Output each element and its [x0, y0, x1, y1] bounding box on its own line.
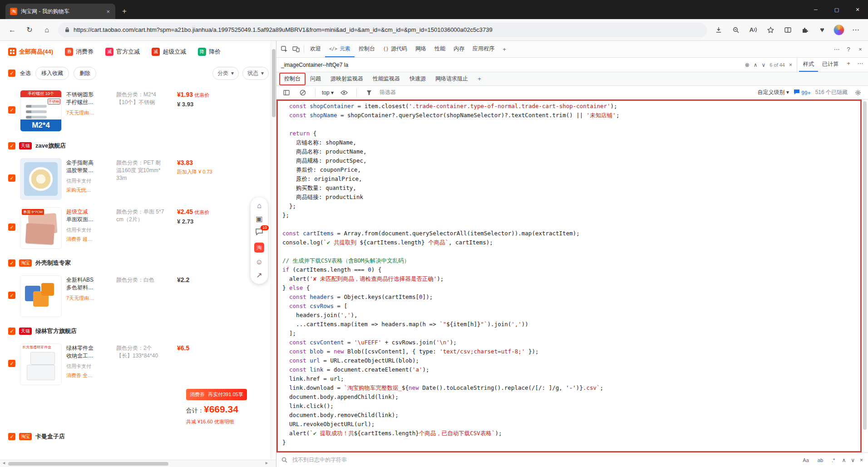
extensions-icon[interactable] — [799, 24, 811, 36]
drawer-tab-5[interactable]: 网络请求阻止 — [431, 74, 472, 84]
customize-devtools-icon[interactable]: ⋯ — [831, 44, 843, 55]
taobao-app-icon[interactable]: 淘 — [254, 243, 264, 253]
devtools-tab-4[interactable]: 网络 — [411, 41, 430, 57]
downloads-icon[interactable] — [713, 24, 725, 36]
scroll-left-arrow[interactable]: ◄ — [2, 461, 6, 465]
regex-toggle[interactable]: .* — [830, 457, 837, 464]
page-tab-1[interactable]: 券消费券 — [65, 48, 94, 56]
filter-input[interactable]: 筛选器 — [380, 89, 396, 96]
tab-styles[interactable]: 样式 — [799, 58, 818, 72]
console-settings-gear-icon[interactable] — [852, 87, 864, 98]
item-checkbox[interactable]: ✓ — [8, 106, 15, 114]
page-tab-2[interactable]: 减官方立减 — [105, 48, 140, 56]
devtools-tab-2[interactable]: 控制台 — [355, 41, 379, 57]
console-code[interactable]: const shopContainer = item.closest('.tra… — [276, 99, 862, 452]
coupon-banner[interactable]: 消费券再实付391.05享 — [186, 389, 247, 400]
devtools-tab-1[interactable]: </>元素 — [325, 41, 355, 57]
settings-menu-icon[interactable]: ⋯ — [850, 24, 862, 36]
browser-essentials-icon[interactable]: ♥ — [816, 24, 828, 36]
read-aloud-icon[interactable]: A — [747, 24, 759, 36]
product-image[interactable]: 单面 5*7CM — [20, 207, 62, 249]
new-tab-button[interactable]: + — [118, 5, 131, 18]
drawer-tab-0[interactable]: 控制台 — [280, 74, 305, 84]
shop-name[interactable]: 绿林官方旗舰店 — [35, 327, 77, 335]
product-spec[interactable]: 颜色分类：白色 — [116, 275, 171, 284]
item-checkbox[interactable]: ✓ — [8, 292, 15, 299]
drawer-tab-4[interactable]: 快速源 — [405, 74, 430, 84]
zoom-icon[interactable] — [730, 24, 742, 36]
product-image[interactable]: 长方形透明零件盒 — [20, 343, 62, 385]
maximize-button[interactable]: ▢ — [826, 0, 847, 19]
product-spec[interactable]: 颜色分类：2个【长】133*84*40 — [116, 343, 171, 360]
minimize-button[interactable]: ─ — [805, 0, 826, 19]
console-scroll-thumb[interactable] — [863, 101, 867, 430]
devtools-tab-5[interactable]: 性能 — [430, 41, 449, 57]
home-icon[interactable]: ⌂ — [257, 202, 261, 209]
vscroll-thumb[interactable] — [272, 49, 276, 117]
product-image[interactable] — [20, 158, 62, 200]
issues-counter[interactable]: 99+ — [794, 89, 811, 96]
history-icon[interactable]: ▣ — [256, 215, 262, 223]
scroll-right-arrow[interactable]: ► — [265, 461, 269, 465]
previous-match-icon[interactable]: ∧ — [754, 62, 758, 68]
drawer-tab-3[interactable]: 性能监视器 — [369, 74, 404, 84]
devtools-tab-0[interactable]: 欢迎 — [306, 41, 325, 57]
address-bar[interactable]: https://cart.taobao.com/cart.htm?spm=a21… — [58, 23, 707, 37]
device-toolbar-icon[interactable] — [290, 44, 302, 55]
product-title[interactable]: 超级立减单面双面…信用卡支付消费券 超… — [66, 207, 112, 243]
select-all-checkbox[interactable]: ✓ — [8, 70, 15, 77]
page-tab-4[interactable]: 降降价 — [198, 48, 221, 56]
whole-word-toggle[interactable]: ab — [816, 457, 825, 464]
more-tabs-button[interactable]: + — [498, 44, 510, 55]
clear-console-icon[interactable] — [297, 87, 309, 98]
console-sidebar-icon[interactable] — [281, 87, 292, 98]
category-select[interactable]: 分类▾ — [212, 67, 239, 80]
styles-more-icon[interactable]: ⋯ — [854, 58, 866, 69]
move-to-favorites-button[interactable]: 移入收藏 — [35, 67, 69, 80]
product-title[interactable]: 全新料ABS多色塑料…7天无理由… — [66, 275, 112, 302]
tab-computed[interactable]: 已计算 — [818, 58, 843, 72]
close-find-bar-icon[interactable]: × — [860, 457, 863, 463]
shop-checkbox[interactable]: ✓ — [8, 142, 15, 149]
product-image[interactable] — [20, 275, 62, 317]
horizontal-scrollbar[interactable]: ◄ ► — [0, 460, 276, 467]
more-drawer-tabs-button[interactable]: + — [473, 74, 485, 84]
live-expression-eye-icon[interactable] — [338, 87, 350, 98]
hscroll-thumb[interactable] — [8, 462, 168, 466]
help-icon[interactable]: ? — [843, 44, 854, 55]
item-checkbox[interactable]: ✓ — [8, 174, 15, 182]
shop-name[interactable]: zave旗舰店 — [35, 142, 66, 150]
status-select[interactable]: 状态▾ — [242, 67, 269, 80]
new-style-rule-icon[interactable]: + — [843, 58, 854, 69]
discount-detail-link[interactable]: 优惠明细 — [214, 419, 234, 424]
back-button[interactable]: ← — [6, 24, 18, 36]
devtools-tab-7[interactable]: 应用程序 — [469, 41, 498, 57]
context-selector[interactable]: top ▾ — [322, 89, 334, 96]
product-spec[interactable]: 颜色分类：M2*4【10个】不锈钢 — [116, 90, 171, 106]
clear-search-icon[interactable]: ⊗ — [745, 62, 750, 68]
page-tab-0[interactable]: 全部商品(44) — [8, 48, 53, 56]
profile-avatar[interactable] — [833, 25, 844, 35]
close-devtools-icon[interactable]: × — [854, 44, 866, 55]
log-levels-select[interactable]: 自定义级别 ▾ — [758, 89, 789, 96]
product-title[interactable]: 绿林零件盒收纳盒工…信用卡支付消费券 全… — [66, 343, 112, 379]
split-screen-icon[interactable] — [782, 24, 794, 36]
delete-button[interactable]: 删除 — [74, 67, 96, 80]
product-title[interactable]: 金手指耐高温胶带聚…信用卡支付采购无忧… — [66, 158, 112, 194]
service-smiley-icon[interactable]: ☺ — [256, 258, 263, 266]
page-tab-3[interactable]: 减超级立减 — [152, 48, 186, 56]
close-button[interactable]: ✕ — [847, 0, 868, 19]
browser-tab[interactable]: 淘 淘宝网 - 我的购物车 × — [5, 4, 115, 19]
shop-checkbox[interactable]: ✓ — [8, 259, 15, 267]
home-button[interactable]: ⌂ — [41, 24, 53, 36]
share-icon[interactable]: ↗ — [256, 272, 262, 279]
shop-checkbox[interactable]: ✓ — [8, 433, 15, 440]
devtools-tab-3[interactable]: {}源代码 — [379, 41, 411, 57]
close-find-icon[interactable]: × — [789, 62, 792, 68]
devtools-tab-6[interactable]: 内存 — [449, 41, 469, 57]
drawer-tab-1[interactable]: 问题 — [306, 74, 325, 84]
find-status-text[interactable]: 找不到日志中的字符串 — [292, 456, 796, 464]
next-match-icon[interactable]: ∨ — [762, 62, 766, 68]
product-title[interactable]: 不锈钢圆形手柠螺丝…7天无理由… — [66, 90, 112, 117]
inspect-element-icon[interactable] — [278, 44, 290, 55]
